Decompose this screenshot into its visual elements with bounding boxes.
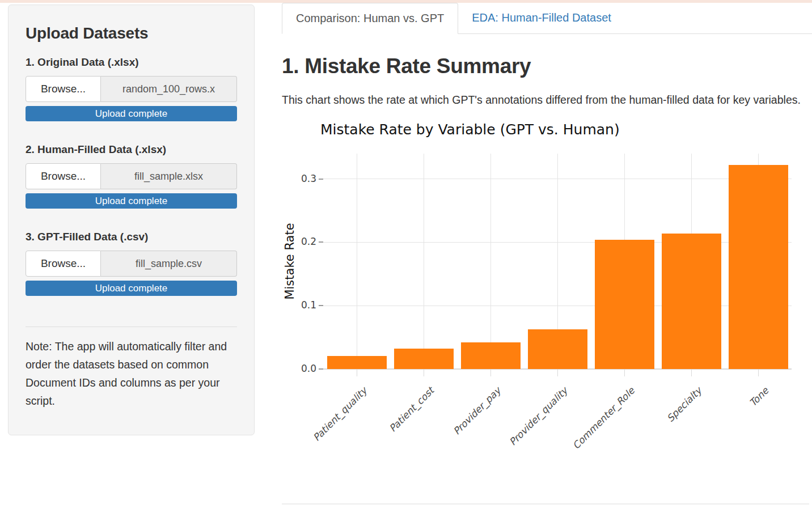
bar-Patient_cost	[394, 349, 454, 369]
upload-sidebar: Upload Datasets 1. Original Data (.xlsx)…	[8, 5, 255, 435]
bar-Specialty	[662, 234, 721, 369]
y-tick-mark	[319, 241, 323, 243]
file-input: Browse... random_100_rows.x	[26, 76, 237, 102]
y-axis-title: Mistake Rate	[283, 154, 299, 369]
x-gridline	[490, 154, 491, 369]
filename-field: fill_sample.xlsx	[101, 163, 237, 189]
x-tick-mark	[624, 369, 625, 376]
x-tick-mark	[424, 369, 424, 376]
sidebar-divider	[26, 327, 237, 327]
mistake-rate-chart: Mistake Rate by Variable (GPT vs. Human)…	[282, 114, 812, 484]
x-gridline	[357, 154, 357, 369]
browse-button[interactable]: Browse...	[26, 251, 101, 277]
plot-area: 0.00.10.20.3Patient_qualityPatient_costP…	[323, 154, 792, 369]
file-upload-label: 2. Human-Filled Data (.xlsx)	[26, 143, 237, 156]
x-tick-label: Commenter_Role	[570, 385, 637, 451]
file-upload-group-gpt: 3. GPT-Filled Data (.csv) Browse... fill…	[26, 231, 237, 296]
bar-Patient_quality	[327, 356, 387, 369]
x-tick-label: Provider_pay	[451, 385, 503, 437]
bar-Commenter_Role	[595, 240, 654, 369]
filename-field: random_100_rows.x	[101, 76, 237, 102]
filename-field: fill_sample.csv	[101, 251, 237, 277]
x-tick-label: Patient_cost	[387, 385, 436, 434]
y-tick-mark	[319, 368, 323, 370]
upload-progress-label: Upload complete	[95, 283, 168, 294]
section-description: This chart shows the rate at which GPT's…	[282, 91, 803, 109]
x-tick-label: Specialty	[665, 385, 704, 424]
tab-bar: Comparison: Human vs. GPT EDA: Human-Fil…	[282, 3, 812, 34]
x-tick-mark	[758, 369, 759, 376]
bar-Tone	[729, 165, 788, 369]
browse-button[interactable]: Browse...	[26, 76, 101, 102]
upload-progress-bar: Upload complete	[26, 281, 237, 296]
file-upload-label: 1. Original Data (.xlsx)	[26, 56, 237, 69]
main-panel: Comparison: Human vs. GPT EDA: Human-Fil…	[282, 3, 812, 484]
x-tick-label: Patient_quality	[311, 385, 369, 443]
x-tick-mark	[691, 369, 692, 376]
content-divider	[282, 503, 809, 504]
bar-Provider_quality	[528, 329, 587, 369]
upload-progress-bar: Upload complete	[26, 193, 237, 209]
x-tick-label: Provider_quality	[507, 385, 570, 448]
sidebar-title: Upload Datasets	[26, 24, 237, 43]
x-tick-mark	[490, 369, 491, 376]
y-tick-label: 0.3	[288, 173, 316, 184]
upload-progress-label: Upload complete	[95, 108, 168, 119]
tab-comparison[interactable]: Comparison: Human vs. GPT	[282, 3, 458, 34]
x-tick-label: Tone	[747, 385, 771, 409]
browse-button[interactable]: Browse...	[26, 163, 101, 189]
file-input: Browse... fill_sample.xlsx	[26, 163, 237, 189]
y-tick-mark	[319, 305, 323, 306]
upload-progress-label: Upload complete	[95, 196, 168, 206]
y-tick-label: 0.2	[288, 236, 316, 247]
chart-title: Mistake Rate by Variable (GPT vs. Human)	[320, 121, 620, 138]
y-tick-label: 0.0	[288, 363, 316, 374]
upload-progress-bar: Upload complete	[26, 106, 237, 121]
section-title: 1. Mistake Rate Summary	[282, 54, 812, 78]
y-tick-label: 0.1	[288, 299, 316, 311]
file-upload-label: 3. GPT-Filled Data (.csv)	[26, 231, 237, 243]
file-upload-group-human: 2. Human-Filled Data (.xlsx) Browse... f…	[26, 143, 237, 209]
x-tick-mark	[357, 369, 357, 376]
bar-Provider_pay	[461, 342, 521, 369]
x-gridline	[424, 154, 424, 369]
file-upload-group-original: 1. Original Data (.xlsx) Browse... rando…	[26, 56, 237, 121]
tab-eda[interactable]: EDA: Human-Filled Dataset	[458, 3, 625, 33]
x-tick-mark	[557, 369, 558, 376]
file-input: Browse... fill_sample.csv	[26, 251, 237, 277]
y-tick-mark	[319, 179, 323, 180]
sidebar-note: Note: The app will automatically filter …	[26, 337, 234, 410]
